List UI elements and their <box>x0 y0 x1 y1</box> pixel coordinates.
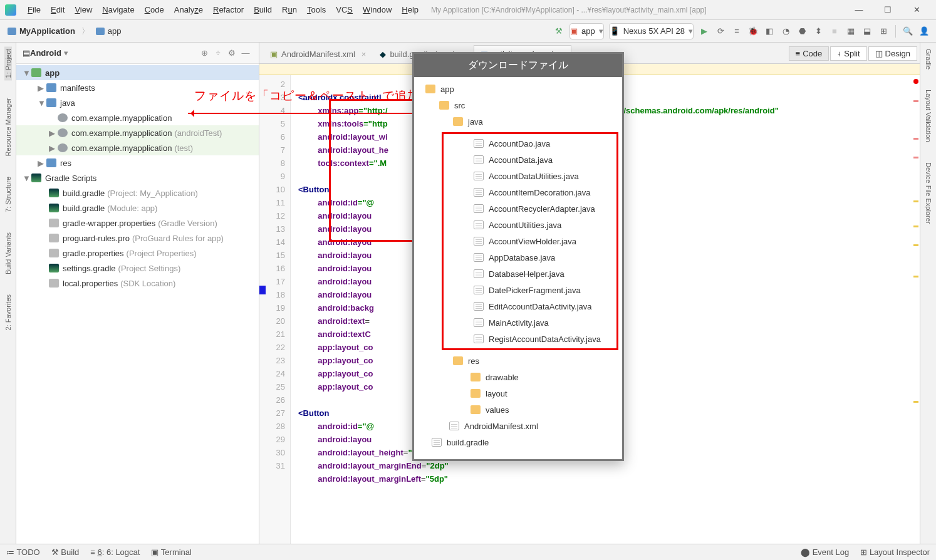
minimize-button[interactable]: — <box>845 5 873 14</box>
color-swatch-icon <box>259 286 266 294</box>
search-icon[interactable]: 🔍 <box>900 23 916 39</box>
tool-layout-validation[interactable]: Layout Validation <box>925 87 932 145</box>
tree-proguard[interactable]: proguard-rules.pro(ProGuard Rules for ap… <box>16 231 259 246</box>
breadcrumb-root[interactable]: MyApplication <box>4 25 79 37</box>
window-title: My Application [C:¥Android¥MyApplication… <box>431 6 845 14</box>
tool-favorites[interactable]: 2: Favorites <box>4 292 12 333</box>
chevron-icon: 〉 <box>79 26 92 37</box>
popup-build-gradle[interactable]: build.gradle <box>414 434 622 450</box>
tree-settings-gradle[interactable]: settings.gradle(Project Settings) <box>16 261 259 276</box>
popup-java-file[interactable]: MainActivity.java <box>444 314 616 331</box>
tool-project[interactable]: 1: Project <box>4 46 12 80</box>
popup-java-file[interactable]: AccountRecyclerAdapter.java <box>444 200 616 217</box>
tree-build-gradle-project[interactable]: build.gradle(Project: My_Application) <box>16 185 259 200</box>
popup-layout[interactable]: layout <box>414 385 622 402</box>
popup-java-file[interactable]: RegistAccountDataActivity.java <box>444 331 616 347</box>
maximize-button[interactable]: ☐ <box>873 5 902 14</box>
coverage-icon[interactable]: ◧ <box>761 23 777 39</box>
annotation-arrow <box>188 113 413 114</box>
popup-java-file[interactable]: DatePickerFragment.java <box>444 282 616 298</box>
hide-icon[interactable]: — <box>239 48 252 58</box>
android-studio-logo <box>5 4 16 16</box>
line-gutter: 2345678910111213141516171819202122232425… <box>259 75 291 544</box>
tool-todo[interactable]: ≔ TODO <box>6 547 40 557</box>
menu-file[interactable]: FFileile <box>23 5 46 14</box>
popup-manifest[interactable]: AndroidManifest.xml <box>414 418 622 434</box>
menu-vcs[interactable]: VCS <box>331 5 358 14</box>
tree-res[interactable]: ▶res <box>16 155 259 170</box>
tree-pkg-test[interactable]: ▶com.example.myapplication(test) <box>16 140 259 155</box>
profiler-icon[interactable]: ◔ <box>777 23 794 39</box>
tree-gradle-scripts[interactable]: ▼Gradle Scripts <box>16 170 259 185</box>
hammer-icon[interactable]: ⚒ <box>551 23 567 39</box>
breadcrumb-app[interactable]: app <box>92 25 125 37</box>
tool-device-file-explorer[interactable]: Device File Explorer <box>925 160 932 226</box>
resource-mgr-icon[interactable]: ⊞ <box>875 23 892 39</box>
tool-structure[interactable]: 7: Structure <box>4 174 12 215</box>
stop-icon[interactable]: ■ <box>826 23 843 39</box>
apply-code-icon[interactable]: ≡ <box>729 23 745 39</box>
menu-tools[interactable]: Tools <box>302 5 331 14</box>
tab-manifest[interactable]: ▣AndroidManifest.xml× <box>263 45 373 63</box>
collapse-icon[interactable]: ÷ <box>211 48 225 58</box>
avatar-icon[interactable]: 👤 <box>916 23 932 39</box>
gear-icon[interactable]: ⚙ <box>225 48 239 58</box>
sync-icon[interactable]: ⬍ <box>810 23 826 39</box>
popup-java-file[interactable]: AccountDataUtilities.java <box>444 168 616 184</box>
tool-terminal[interactable]: ▣ Terminal <box>151 547 192 557</box>
popup-src[interactable]: src <box>414 97 622 113</box>
tree-local-properties[interactable]: local.properties(SDK Location) <box>16 276 259 291</box>
locate-icon[interactable]: ⊕ <box>197 48 211 58</box>
tool-logcat[interactable]: ≡ 6: 6: Logcat <box>90 547 140 557</box>
menu-help[interactable]: Help <box>397 5 424 14</box>
popup-values[interactable]: values <box>414 402 622 418</box>
debug-icon[interactable]: 🐞 <box>745 23 761 39</box>
avd-icon[interactable]: ▦ <box>843 23 859 39</box>
run-config-selector[interactable]: ▣app▾ <box>569 23 604 39</box>
popup-java-file[interactable]: AccountUtilities.java <box>444 217 616 233</box>
tool-event-log[interactable]: ⬤ Event Log <box>801 547 849 557</box>
tree-pkg-androidtest[interactable]: ▶com.example.myapplication(androidTest) <box>16 125 259 140</box>
tree-app[interactable]: ▼app <box>16 65 259 80</box>
popup-java-file[interactable]: DatabaseHelper.java <box>444 266 616 282</box>
attach-debugger-icon[interactable]: ⬣ <box>794 23 810 39</box>
menu-code[interactable]: Code <box>140 5 169 14</box>
popup-title: ダウンロードファイル <box>414 54 622 77</box>
view-split-button[interactable]: ⫞ Split <box>830 46 866 61</box>
tree-gradle-properties[interactable]: gradle.properties(Project Properties) <box>16 246 259 261</box>
menu-view[interactable]: View <box>70 5 97 14</box>
close-button[interactable]: ✕ <box>902 5 931 14</box>
apply-changes-icon[interactable]: ⟳ <box>712 23 729 39</box>
menu-navigate[interactable]: Navigate <box>97 5 139 14</box>
popup-java-file[interactable]: EditAccountDataActivity.java <box>444 298 616 314</box>
sdk-icon[interactable]: ⬓ <box>859 23 875 39</box>
menu-analyze[interactable]: Analyze <box>169 5 208 14</box>
popup-drawable[interactable]: drawable <box>414 369 622 385</box>
popup-java-file[interactable]: AccountViewHolder.java <box>444 233 616 249</box>
view-design-button[interactable]: ◫ Design <box>868 46 917 61</box>
popup-java-file[interactable]: AccountData.java <box>444 152 616 168</box>
popup-java[interactable]: java <box>414 113 622 130</box>
menu-build[interactable]: Build <box>249 5 277 14</box>
popup-res[interactable]: res <box>414 353 622 369</box>
run-icon[interactable]: ▶ <box>696 23 712 39</box>
menu-refactor[interactable]: Refactor <box>208 5 249 14</box>
tool-build[interactable]: ⚒ Build <box>51 547 80 557</box>
popup-java-file[interactable]: AccountItemDecoration.java <box>444 184 616 200</box>
view-code-button[interactable]: ≡ Code <box>789 46 829 61</box>
tree-build-gradle-module[interactable]: build.gradle(Module: app) <box>16 200 259 215</box>
menu-run[interactable]: Run <box>277 5 302 14</box>
popup-app[interactable]: app <box>414 81 622 97</box>
download-file-popup: ダウンロードファイル app src java AccountDao.javaA… <box>412 52 624 461</box>
menu-edit[interactable]: Edit <box>46 5 70 14</box>
tool-resource-manager[interactable]: Resource Manager <box>4 95 12 159</box>
tool-build-variants[interactable]: Build Variants <box>4 230 12 277</box>
project-view-selector[interactable]: Android <box>30 48 61 58</box>
tree-gradle-wrapper[interactable]: gradle-wrapper.properties(Gradle Version… <box>16 215 259 231</box>
device-selector[interactable]: 📱Nexus 5X API 28▾ <box>609 23 694 39</box>
popup-java-file[interactable]: AccountDao.java <box>444 135 616 152</box>
menu-window[interactable]: Window <box>358 5 397 14</box>
tool-layout-inspector[interactable]: ⊞ Layout Inspector <box>860 547 930 557</box>
popup-java-file[interactable]: AppDatabase.java <box>444 249 616 266</box>
tool-gradle[interactable]: Gradle <box>925 46 932 72</box>
